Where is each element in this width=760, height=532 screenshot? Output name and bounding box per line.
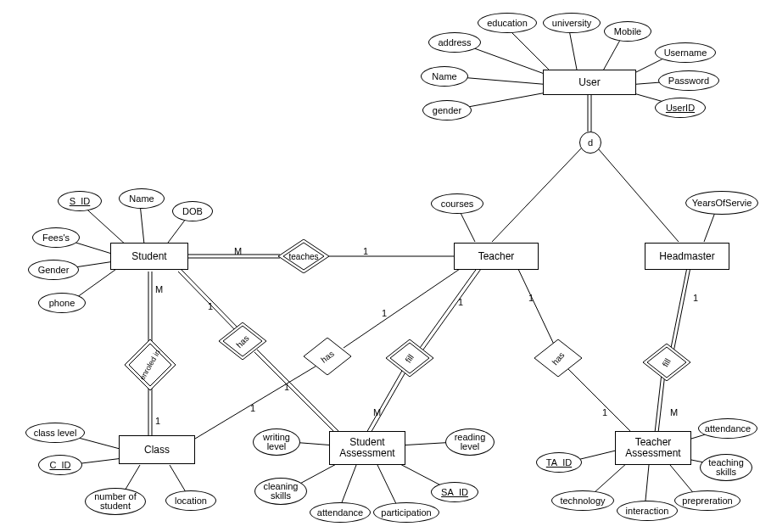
svg-line-40 [655, 373, 662, 433]
entity-class: Class [119, 435, 195, 464]
card-has2-1a: 1 [382, 308, 387, 318]
card-enroled-m: M [155, 284, 163, 294]
attr-ta-interaction: interaction [617, 501, 678, 521]
attr-user-userid: UserID [655, 98, 706, 118]
svg-line-34 [366, 369, 403, 433]
svg-line-11 [492, 148, 581, 242]
card-enroled-1: 1 [155, 416, 160, 426]
specialization-d: d [579, 132, 601, 154]
attr-user-education: education [478, 13, 537, 33]
entity-headmaster: Headmaster [645, 243, 729, 270]
entity-headmaster-label: Headmaster [659, 250, 714, 262]
entity-sa-label: Student Assessment [339, 437, 394, 459]
attr-student-fees: Fees's [32, 227, 80, 248]
rel-has-teacher-ta: has [534, 339, 582, 377]
attr-sa-said: SA_ID [431, 482, 478, 502]
svg-line-32 [420, 267, 478, 348]
svg-line-36 [517, 267, 556, 348]
attr-headmaster-years: YearsOfServie [685, 191, 758, 215]
attr-ta-teaching: teaching skills [700, 454, 752, 481]
card-teaches-1: 1 [363, 246, 368, 256]
rel-has-student-sa: has [219, 322, 266, 360]
svg-line-41 [658, 373, 665, 433]
entity-ta-label: Teacher Assessment [625, 437, 680, 459]
card-has3-1a: 1 [528, 293, 534, 303]
attr-student-sid: S_ID [58, 191, 102, 211]
attr-ta-technology: technology [551, 490, 614, 511]
attr-student-gender: Gender [28, 260, 79, 280]
entity-class-label: Class [144, 444, 170, 456]
attr-sa-attendance: attendance [310, 502, 371, 523]
svg-line-33 [423, 269, 481, 350]
attr-user-gender: gender [422, 100, 472, 120]
card-fill1-1: 1 [458, 297, 463, 307]
attr-student-phone: phone [38, 293, 86, 313]
attr-sa-writing: writing level [253, 428, 300, 456]
svg-line-39 [673, 267, 690, 352]
attr-user-address: address [428, 32, 481, 53]
attr-sa-reading: reading level [445, 428, 495, 456]
rel-fill-teacher-sa: fill [386, 339, 433, 377]
rel-enroled: enroled in [125, 339, 176, 390]
card-has1-1a: 1 [208, 301, 213, 311]
entity-teacher-assessment: Teacher Assessment [615, 431, 691, 465]
attr-student-name: Name [119, 188, 165, 209]
attr-user-username: Username [655, 42, 716, 63]
attr-sa-participation: participation [373, 502, 439, 523]
rel-teaches: teaches [278, 239, 329, 273]
attr-user-password: Password [658, 70, 719, 91]
card-has3-1b: 1 [602, 407, 607, 417]
svg-line-16 [140, 204, 144, 244]
card-has1-1b: 1 [284, 382, 289, 392]
attr-class-cid: C_ID [38, 455, 82, 475]
entity-teacher: Teacher [454, 243, 539, 270]
svg-line-37 [568, 369, 632, 433]
svg-line-38 [670, 267, 687, 352]
rel-fill-head-ta: fill [643, 344, 690, 381]
card-fill2-m: M [670, 407, 678, 417]
attr-teacher-courses: courses [431, 193, 483, 214]
attr-class-level: class level [25, 423, 85, 443]
attr-user-mobile: Mobile [604, 21, 651, 42]
svg-line-35 [370, 371, 406, 434]
svg-line-30 [344, 267, 462, 348]
entity-user: User [543, 70, 636, 95]
card-teaches-m: M [234, 246, 242, 256]
attr-user-university: university [543, 13, 601, 33]
card-fill1-m: M [373, 407, 381, 417]
attr-ta-prep: prepreration [674, 490, 740, 511]
attr-ta-taid: TA_ID [536, 452, 582, 473]
svg-line-12 [598, 148, 679, 242]
attr-class-numstudent: number of student [85, 488, 146, 515]
entity-user-label: User [578, 76, 600, 88]
card-fill2-1: 1 [693, 293, 698, 303]
entity-student-label: Student [131, 250, 166, 262]
card-has2-1b: 1 [250, 403, 255, 413]
attr-ta-attendance: attendance [698, 418, 757, 439]
rel-has-teacher-class: has [304, 338, 351, 375]
attr-sa-cleaning: cleaning skills [254, 478, 307, 505]
entity-student-assessment: Student Assessment [329, 431, 405, 465]
attr-class-location: location [165, 490, 216, 511]
entity-student: Student [110, 243, 188, 270]
attr-user-name: Name [421, 66, 468, 87]
entity-teacher-label: Teacher [478, 250, 515, 262]
attr-student-dob: DOB [172, 201, 213, 221]
